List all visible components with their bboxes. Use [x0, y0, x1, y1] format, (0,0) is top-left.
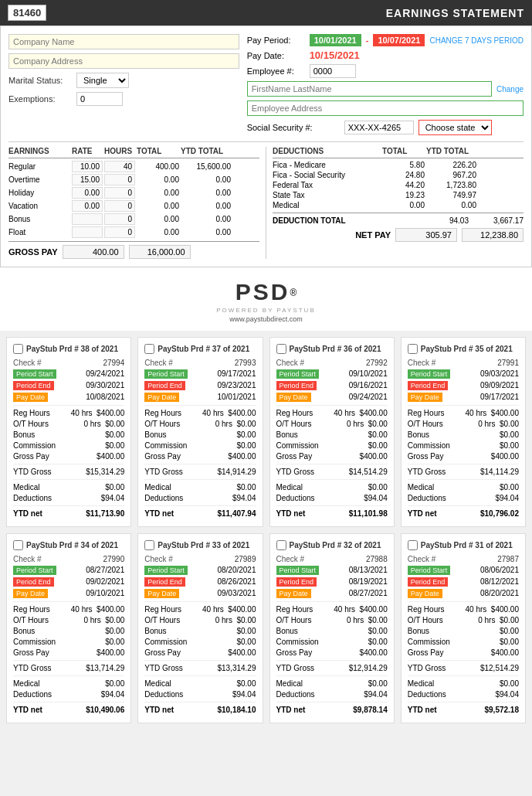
stub-card: PayStub Prd # 36 of 2021 Check # 27992 P… [269, 337, 395, 527]
gross-pay-ytd-input[interactable] [129, 245, 191, 259]
psd-url: www.paystubdirect.com [8, 315, 524, 323]
net-pay-input[interactable] [395, 228, 457, 242]
change-period-link[interactable]: CHANGE 7 DAYS PERIOD [429, 36, 524, 45]
header-id: 81460 [8, 5, 46, 21]
earnings-form: Marital Status: Single Married Exemption… [0, 26, 532, 267]
deductions-row: Medical 0.00 0.00 [273, 201, 524, 209]
earnings-table: EARNINGS RATE HOURS TOTAL YTD TOTAL Regu… [8, 147, 266, 259]
stub-checkbox[interactable] [408, 540, 418, 550]
deductions-row: Federal Tax 44.20 1,723.80 [273, 181, 524, 189]
exemptions-label: Exemptions: [8, 94, 70, 104]
stub-card: PayStub Prd # 34 of 2021 Check # 27990 P… [6, 533, 131, 723]
earnings-row: Bonus 0.00 0.00 [8, 213, 259, 225]
left-section: Marital Status: Single Married Exemption… [8, 34, 239, 135]
stub-title: PayStub Prd # 32 of 2021 [290, 541, 381, 549]
page-header: 81460 EARNINGS STATEMENT [0, 0, 532, 26]
stub-card: PayStub Prd # 32 of 2021 Check # 27988 P… [269, 533, 395, 723]
deduction-total-ytd: 3,667.17 [473, 216, 524, 225]
col-ded-ytd: YTD TOTAL [426, 147, 476, 155]
col-rate: RATE [72, 147, 103, 155]
stub-title: PayStub Prd # 31 of 2021 [421, 541, 513, 549]
stub-checkbox[interactable] [408, 344, 418, 354]
deduction-total-label: DEDUCTION TOTAL [273, 216, 422, 225]
deductions-table: DEDUCTIONS TOTAL YTD TOTAL Fica - Medica… [266, 147, 524, 259]
earnings-row: Regular 400.00 15,600.00 [8, 161, 259, 172]
stubs-grid: PayStub Prd # 38 of 2021 Check # 27994 P… [0, 331, 532, 730]
stub-card: PayStub Prd # 37 of 2021 Check # 27993 P… [137, 337, 263, 527]
earnings-row: Overtime 0.00 0.00 [8, 174, 259, 185]
col-total: TOTAL [137, 147, 179, 155]
company-address-input[interactable] [8, 53, 239, 69]
employee-address-input[interactable] [247, 100, 524, 116]
col-hours: HOURS [104, 147, 135, 155]
change-name-link[interactable]: Change [496, 85, 524, 94]
pay-period-label: Pay Period: [247, 36, 305, 45]
psd-section: PSD® POWERED BY PAYSTUB www.paystubdirec… [0, 267, 532, 331]
stub-card: PayStub Prd # 38 of 2021 Check # 27994 P… [6, 337, 131, 527]
pay-period-start: 10/01/2021 [310, 34, 361, 46]
psd-powered: POWERED BY PAYSTUB [8, 307, 524, 314]
pay-date-label: Pay Date: [247, 51, 305, 60]
right-section: Pay Period: 10/01/2021 - 10/07/2021 CHAN… [247, 34, 524, 135]
stub-checkbox[interactable] [144, 540, 154, 550]
stub-checkbox[interactable] [276, 344, 286, 354]
stub-checkbox[interactable] [276, 540, 286, 550]
psd-logo: PSD® [8, 279, 524, 305]
pay-period-end: 10/07/2021 [373, 34, 425, 46]
stub-card: PayStub Prd # 31 of 2021 Check # 27987 P… [401, 533, 526, 723]
col-ded-total: TOTAL [382, 147, 425, 155]
company-name-input[interactable] [8, 34, 239, 49]
state-select[interactable]: Choose state [418, 120, 492, 135]
deduction-total-value: 94.03 [426, 216, 469, 225]
marital-status-label: Marital Status: [8, 76, 70, 85]
stub-title: PayStub Prd # 38 of 2021 [26, 345, 118, 353]
deductions-row: Fica - Medicare 5.80 226.20 [273, 161, 524, 169]
deductions-header: DEDUCTIONS TOTAL YTD TOTAL [273, 147, 524, 158]
deductions-row: Fica - Social Security 24.80 967.20 [273, 171, 524, 179]
earnings-header: EARNINGS RATE HOURS TOTAL YTD TOTAL [8, 147, 259, 158]
gross-pay-input[interactable] [63, 245, 124, 259]
earnings-row: Holiday 0.00 0.00 [8, 187, 259, 199]
exemptions-input[interactable] [76, 92, 123, 106]
col-earnings: EARNINGS [8, 147, 70, 155]
deductions-row: State Tax 19.23 749.97 [273, 191, 524, 199]
stub-card: PayStub Prd # 35 of 2021 Check # 27991 P… [401, 337, 526, 527]
col-deductions: DEDUCTIONS [273, 147, 381, 155]
stub-title: PayStub Prd # 34 of 2021 [26, 541, 118, 549]
gross-pay-label: GROSS PAY [8, 247, 58, 257]
stub-title: PayStub Prd # 35 of 2021 [421, 345, 513, 353]
stub-title: PayStub Prd # 37 of 2021 [158, 345, 249, 353]
col-ytd: YTD TOTAL [181, 147, 231, 155]
header-title: EARNINGS STATEMENT [386, 7, 524, 19]
ssn-label: Social Security #: [247, 123, 340, 132]
earnings-row: Vacation 0.00 0.00 [8, 200, 259, 212]
net-pay-label: NET PAY [355, 230, 391, 240]
employee-name-input[interactable] [247, 81, 492, 97]
stub-checkbox[interactable] [144, 344, 154, 354]
ssn-input[interactable] [344, 121, 414, 134]
net-pay-ytd-input[interactable] [462, 228, 524, 242]
employee-num-label: Employee #: [247, 66, 305, 76]
pay-date-value: 10/15/2021 [310, 49, 360, 61]
stub-checkbox[interactable] [13, 540, 23, 550]
marital-status-select[interactable]: Single Married [76, 73, 129, 88]
stub-title: PayStub Prd # 33 of 2021 [158, 541, 249, 549]
stub-checkbox[interactable] [13, 344, 23, 354]
earnings-row: Float 0.00 0.00 [8, 226, 259, 238]
employee-num-input[interactable] [310, 64, 356, 78]
stub-card: PayStub Prd # 33 of 2021 Check # 27989 P… [137, 533, 263, 723]
stub-title: PayStub Prd # 36 of 2021 [290, 345, 381, 353]
